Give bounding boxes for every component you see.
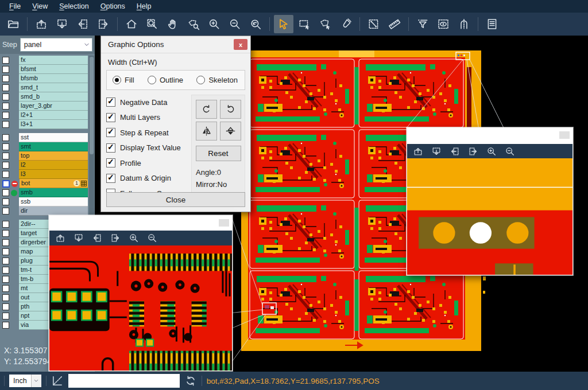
zoom-window-1[interactable] xyxy=(49,215,233,371)
tool-view-options[interactable] xyxy=(434,15,453,33)
rotate-cw-button[interactable] xyxy=(196,100,217,119)
zoom-window-1-view[interactable] xyxy=(49,245,232,370)
pcb-board[interactable] xyxy=(250,59,354,127)
tool-highlight-brush[interactable] xyxy=(336,15,355,33)
layer-visibility-checkbox[interactable] xyxy=(2,189,9,196)
layer-visibility-checkbox[interactable] xyxy=(2,162,9,169)
close-button[interactable]: Close xyxy=(106,192,245,207)
tool-pan-up[interactable] xyxy=(410,145,425,157)
layer-visibility-checkbox[interactable] xyxy=(2,294,9,301)
tool-measure-ruler[interactable] xyxy=(385,15,404,33)
layer-visibility-checkbox[interactable] xyxy=(2,230,9,237)
radio-skeleton[interactable]: Skeleton xyxy=(196,76,238,84)
zoom-window-2[interactable] xyxy=(407,127,573,275)
checkbox-display-text-value[interactable]: Display Text Value xyxy=(106,143,188,153)
layer-label[interactable]: smt xyxy=(19,142,88,151)
tool-pan-hand[interactable] xyxy=(163,15,183,33)
layer-label[interactable]: fx xyxy=(19,56,88,65)
tool-zoom-out[interactable] xyxy=(225,15,245,33)
layer-row-layer_3.gbr[interactable]: layer_3.gbr xyxy=(0,102,88,111)
layer-visibility-checkbox[interactable] xyxy=(2,239,9,246)
layer-label[interactable]: sst xyxy=(19,133,88,142)
layer-row-smb[interactable]: smb xyxy=(0,188,88,197)
tool-zoom-previous[interactable] xyxy=(246,15,265,33)
tool-zoom-window[interactable] xyxy=(142,15,162,33)
layer-label[interactable]: bfsmt xyxy=(19,65,88,74)
tool-zoom-in[interactable] xyxy=(483,145,499,157)
layer-label[interactable]: bfsmb xyxy=(19,74,88,83)
zoom-window-2-title-bar[interactable] xyxy=(407,128,572,144)
tool-pan-right[interactable] xyxy=(465,145,481,157)
tool-open-file[interactable] xyxy=(3,15,23,33)
layer-visibility-checkbox[interactable] xyxy=(2,198,9,205)
pcb-board[interactable] xyxy=(250,271,354,339)
layer-row-ssb[interactable]: ssb xyxy=(0,197,88,206)
layer-row-dir[interactable]: dir xyxy=(0,206,88,216)
reset-button[interactable]: Reset xyxy=(196,146,241,161)
flip-horizontal-button[interactable] xyxy=(196,122,217,141)
layer-visibility-checkbox[interactable] xyxy=(2,248,9,255)
layer-visibility-checkbox[interactable] xyxy=(2,66,9,73)
tool-zoom-object[interactable] xyxy=(184,15,203,33)
tool-pan-right[interactable] xyxy=(94,15,113,33)
radio-outline[interactable]: Outline xyxy=(148,76,183,84)
tool-measure-distance[interactable] xyxy=(364,15,384,33)
layer-row-l2[interactable]: l2 xyxy=(0,161,88,170)
tool-select-pointer[interactable] xyxy=(274,15,293,33)
tool-zoom-in[interactable] xyxy=(204,15,224,33)
radio-fill[interactable]: Fill xyxy=(113,76,134,84)
checkbox-datum-origin[interactable]: Datum & Origin xyxy=(106,174,188,183)
layer-label[interactable]: l3 xyxy=(19,170,88,179)
layer-visibility-checkbox[interactable] xyxy=(2,143,9,150)
flip-vertical-button[interactable] xyxy=(220,122,241,141)
layer-visibility-checkbox[interactable] xyxy=(2,313,9,319)
tool-report-list[interactable] xyxy=(482,15,502,33)
layer-visibility-checkbox[interactable] xyxy=(2,322,9,329)
layer-visibility-checkbox[interactable] xyxy=(2,303,9,310)
menu-file[interactable]: File xyxy=(3,0,26,13)
menu-view[interactable]: View xyxy=(26,0,53,13)
tool-home-view[interactable] xyxy=(122,15,141,33)
tool-snap-trace[interactable] xyxy=(454,15,474,33)
tool-select-rectangle[interactable] xyxy=(295,15,314,33)
tool-pan-up[interactable] xyxy=(52,232,68,244)
layer-visibility-checkbox[interactable] xyxy=(2,93,9,100)
layer-label[interactable]: dir xyxy=(19,206,88,216)
menu-options[interactable]: Options xyxy=(95,0,131,13)
layer-row-smd_b[interactable]: smd_b xyxy=(0,92,88,102)
rotate-ccw-button[interactable] xyxy=(220,100,241,119)
layer-visibility-checkbox[interactable] xyxy=(2,84,9,91)
layer-visibility-checkbox[interactable] xyxy=(2,75,9,82)
layer-label[interactable]: smd_t xyxy=(19,83,88,92)
tool-pan-left[interactable] xyxy=(447,145,462,157)
layer-row-sst[interactable]: sst xyxy=(0,133,88,142)
tool-zoom-out[interactable] xyxy=(502,145,517,157)
zoom-window-2-view[interactable] xyxy=(407,158,572,275)
unit-select[interactable]: Inch xyxy=(9,375,41,387)
layer-label[interactable]: smd_b xyxy=(19,92,88,102)
layer-label[interactable]: smb xyxy=(19,188,88,197)
window-button[interactable] xyxy=(559,131,570,139)
pcb-board[interactable] xyxy=(250,200,354,268)
zoom-window-1-title-bar[interactable] xyxy=(49,216,232,231)
tool-zoom-out[interactable] xyxy=(144,232,160,244)
layer-row-l2+1[interactable]: l2+1 xyxy=(0,111,88,120)
draw-angle-icon[interactable] xyxy=(51,375,64,387)
checkbox-step-repeat[interactable]: Step & Repeat xyxy=(106,128,188,137)
pcb-board[interactable] xyxy=(359,59,463,127)
layer-visibility-checkbox[interactable] xyxy=(2,276,9,283)
layer-label[interactable]: layer_3.gbr xyxy=(19,102,88,111)
layer-row-l3+1[interactable]: l3+1 xyxy=(0,120,88,129)
tool-zoom-in[interactable] xyxy=(126,232,141,244)
layer-visibility-checkbox[interactable] xyxy=(2,180,10,188)
tool-pan-right[interactable] xyxy=(107,232,123,244)
layer-label[interactable]: bot1 xyxy=(20,179,88,188)
tool-select-polygon[interactable] xyxy=(315,15,335,33)
layer-visibility-checkbox[interactable] xyxy=(2,153,9,159)
layer-visibility-checkbox[interactable] xyxy=(2,57,9,64)
window-button[interactable] xyxy=(219,219,229,227)
menu-selection[interactable]: Selection xyxy=(53,0,94,13)
layer-row-bfsmb[interactable]: bfsmb xyxy=(0,74,88,83)
tool-pan-down[interactable] xyxy=(428,145,444,157)
tool-pan-up[interactable] xyxy=(32,15,51,33)
